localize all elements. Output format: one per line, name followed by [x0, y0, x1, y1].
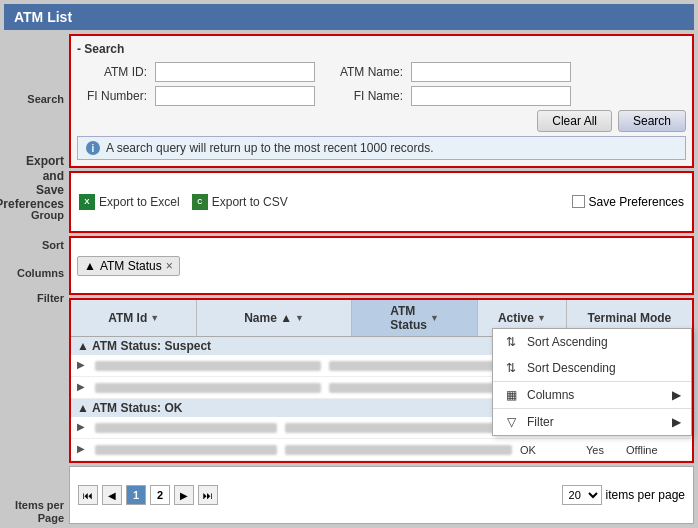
items-per-page-label: Items perPage	[15, 499, 64, 525]
atm-id-cell	[95, 423, 277, 433]
fi-name-input[interactable]	[411, 86, 571, 106]
atm-id-cell	[95, 445, 277, 455]
group-tag: ▲ ATM Status ×	[77, 256, 180, 276]
columns-section-label: Columns	[17, 267, 64, 279]
info-icon: i	[86, 141, 100, 155]
context-filter[interactable]: ▽ Filter ▶	[493, 409, 691, 435]
group-title-ok: ATM Status: OK	[92, 401, 182, 415]
atm-id-cell	[95, 383, 321, 393]
context-sort-descending[interactable]: ⇅ Sort Descending	[493, 355, 691, 382]
export-section: X Export to Excel C Export to CSV Save P…	[69, 171, 694, 233]
fi-number-input[interactable]	[155, 86, 315, 106]
th-atm-id-sort: ▼	[150, 313, 159, 323]
sort-ascending-icon: ⇅	[503, 335, 519, 349]
page-2-button[interactable]: 2	[150, 485, 170, 505]
csv-icon: C	[192, 194, 208, 210]
th-active-label: Active	[498, 311, 534, 325]
page-1-button[interactable]: 1	[126, 485, 146, 505]
th-atm-id[interactable]: ATM Id ▼	[71, 300, 197, 336]
atm-name-input[interactable]	[411, 62, 571, 82]
context-menu: ⇅ Sort Ascending ⇅ Sort Descending ▦ Col…	[492, 328, 692, 436]
group-title-suspect: ATM Status: Suspect	[92, 339, 211, 353]
group-expand-suspect[interactable]: ▲	[77, 339, 89, 353]
next-page-button[interactable]: ▶	[174, 485, 194, 505]
row-expand-icon[interactable]: ▶	[77, 359, 91, 373]
items-per-page-select[interactable]: 20 50 100	[562, 485, 602, 505]
group-expand-ok[interactable]: ▲	[77, 401, 89, 415]
columns-arrow-icon: ▶	[672, 388, 681, 402]
group-section-label: Group	[31, 209, 64, 221]
context-columns-label: Columns	[527, 388, 574, 402]
th-name-label: Name ▲	[244, 311, 292, 325]
items-per-page-text: items per page	[606, 488, 685, 502]
sort-descending-icon: ⇅	[503, 361, 519, 375]
export-csv-button[interactable]: C Export to CSV	[192, 194, 288, 210]
atm-id-input[interactable]	[155, 62, 315, 82]
atm-name-label: ATM Name:	[323, 65, 403, 79]
table-section: ATM Id ▼ Name ▲ ▼ ATMStatus ▼ Active ▼	[69, 298, 694, 463]
context-sort-ascending[interactable]: ⇅ Sort Ascending	[493, 329, 691, 355]
mode-cell-2: Offline	[626, 444, 686, 456]
save-preferences-label: Save Preferences	[589, 195, 684, 209]
group-remove-button[interactable]: ×	[166, 259, 173, 273]
name-cell	[285, 423, 512, 433]
columns-icon: ▦	[503, 388, 519, 402]
context-sort-descending-label: Sort Descending	[527, 361, 616, 375]
th-atm-status[interactable]: ATMStatus ▼	[352, 300, 478, 336]
export-excel-label: Export to Excel	[99, 195, 180, 209]
page-title: ATM List	[4, 4, 694, 30]
status-ok-2: OK	[516, 444, 586, 456]
search-button[interactable]: Search	[618, 110, 686, 132]
group-section: ▲ ATM Status ×	[69, 236, 694, 296]
clear-all-button[interactable]: Clear All	[537, 110, 612, 132]
save-preferences-checkbox[interactable]	[572, 195, 585, 208]
th-terminal-mode-label: Terminal Mode	[587, 311, 671, 325]
row-expand-icon[interactable]: ▶	[77, 381, 91, 395]
sort-up-icon: ▲	[84, 259, 96, 273]
active-cell-2: Yes	[586, 444, 626, 456]
th-name[interactable]: Name ▲ ▼	[197, 300, 352, 336]
search-info-text: A search query will return up to the mos…	[106, 141, 434, 155]
row-expand-icon[interactable]: ▶	[77, 421, 91, 435]
group-tag-label: ATM Status	[100, 259, 162, 273]
filter-arrow-icon: ▶	[672, 415, 681, 429]
search-section-label: Search	[27, 93, 64, 105]
filter-section-label: Filter	[37, 292, 64, 304]
atm-id-label: ATM ID:	[77, 65, 147, 79]
th-atm-id-label: ATM Id	[108, 311, 147, 325]
pagination: ⏮ ◀ 1 2 ▶ ⏭ 20 50 100 items per page	[69, 466, 694, 524]
first-page-button[interactable]: ⏮	[78, 485, 98, 505]
filter-icon: ▽	[503, 415, 519, 429]
fi-number-label: FI Number:	[77, 89, 147, 103]
search-section: - Search ATM ID: ATM Name: FI Number: FI…	[69, 34, 694, 168]
row-expand-icon[interactable]: ▶	[77, 443, 91, 457]
main-container: ATM List Search ExportandSavePreferences…	[0, 0, 698, 528]
sort-section-label: Sort	[42, 239, 64, 251]
table-row: ▶ OK Yes Offline	[71, 439, 692, 461]
atm-id-cell	[95, 361, 321, 371]
context-filter-label: Filter	[527, 415, 554, 429]
name-cell	[285, 445, 512, 455]
excel-icon: X	[79, 194, 95, 210]
th-active-sort: ▼	[537, 313, 546, 323]
th-atm-status-sort: ▼	[430, 313, 439, 323]
export-excel-button[interactable]: X Export to Excel	[79, 194, 180, 210]
context-sort-ascending-label: Sort Ascending	[527, 335, 608, 349]
last-page-button[interactable]: ⏭	[198, 485, 218, 505]
th-atm-status-label: ATMStatus	[390, 304, 427, 332]
prev-page-button[interactable]: ◀	[102, 485, 122, 505]
th-name-sort: ▼	[295, 313, 304, 323]
fi-name-label: FI Name:	[323, 89, 403, 103]
export-csv-label: Export to CSV	[212, 195, 288, 209]
search-header: - Search	[77, 42, 686, 56]
context-columns[interactable]: ▦ Columns ▶	[493, 382, 691, 409]
